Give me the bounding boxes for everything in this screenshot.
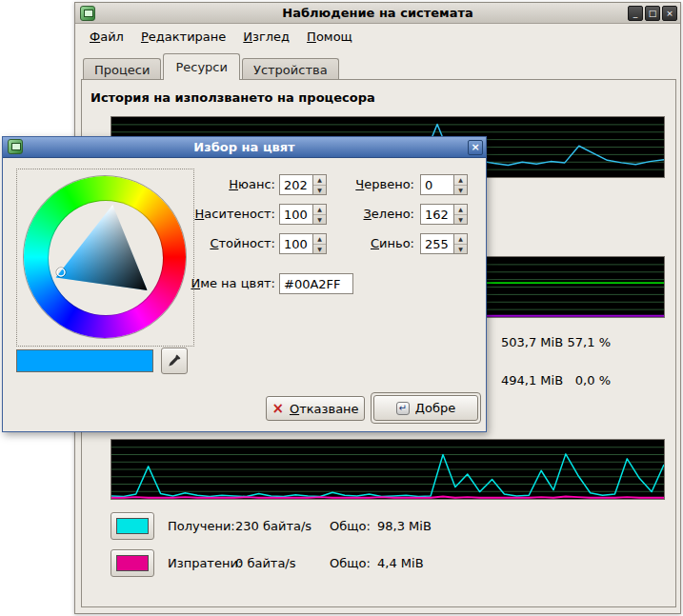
value-label: Стойност:: [146, 233, 275, 254]
green-label: Зелено:: [332, 204, 414, 225]
cancel-button[interactable]: × Отказване: [266, 396, 365, 421]
red-spinbox[interactable]: 0 ▲▼: [420, 174, 468, 195]
hue-decrement-button[interactable]: ▼: [313, 186, 326, 195]
dialog-titlebar[interactable]: Избор на цвят ×: [3, 137, 486, 158]
sent-total-label: Общо:: [330, 549, 371, 577]
received-total-label: Общо:: [330, 512, 371, 540]
value-spinbox[interactable]: 100 ▲▼: [279, 233, 327, 254]
eyedropper-button[interactable]: [161, 348, 188, 374]
color-wheel[interactable]: [16, 169, 194, 347]
ok-button-label: Добре: [415, 401, 455, 415]
color-picker-dialog: Избор на цвят ×: [2, 136, 487, 432]
received-label: Получени:: [168, 512, 235, 540]
hsv-triangle[interactable]: [17, 169, 193, 346]
blue-decrement-button[interactable]: ▼: [454, 245, 467, 254]
menu-edit[interactable]: Редактиране: [132, 27, 234, 47]
color-preview-swatch: [16, 349, 153, 372]
cpu-history-heading: История на използването на процесора: [90, 90, 375, 105]
saturation-label: Наситеност:: [146, 204, 275, 225]
green-value[interactable]: 162: [421, 205, 453, 224]
blue-increment-button[interactable]: ▲: [454, 234, 467, 245]
tab-processes[interactable]: Процеси: [83, 58, 161, 80]
menu-file[interactable]: Файл: [81, 27, 132, 47]
sent-legend-row: Изпратени: 0 байта/s Общо: 4,4 MiB: [110, 549, 665, 577]
saturation-decrement-button[interactable]: ▼: [313, 215, 326, 225]
hue-value[interactable]: 202: [280, 175, 312, 194]
eyedropper-icon: [167, 353, 182, 368]
hue-spinbox[interactable]: 202 ▲▼: [279, 174, 327, 195]
tab-devices[interactable]: Устройства: [242, 58, 339, 80]
red-increment-button[interactable]: ▲: [454, 175, 467, 186]
dialog-close-button[interactable]: ×: [468, 140, 483, 155]
value-value[interactable]: 100: [280, 234, 312, 253]
received-color-swatch[interactable]: [110, 512, 154, 540]
value-increment-button[interactable]: ▲: [313, 234, 326, 245]
swap-used-percent: 0,0 %: [550, 372, 611, 389]
dialog-title: Избор на цвят: [3, 137, 486, 158]
value-decrement-button[interactable]: ▼: [313, 245, 326, 254]
saturation-increment-button[interactable]: ▲: [313, 205, 326, 215]
blue-label: Синьо:: [332, 233, 414, 254]
cancel-button-label: Отказване: [290, 402, 359, 416]
cancel-icon: ×: [271, 402, 284, 416]
close-button[interactable]: ×: [662, 6, 677, 21]
color-name-label: Име на цвят:: [117, 273, 275, 294]
saturation-spinbox[interactable]: 100 ▲▼: [279, 204, 327, 225]
menubar: Файл Редактиране Изглед Помощ: [75, 25, 680, 49]
red-label: Червено:: [332, 174, 414, 195]
menu-help[interactable]: Помощ: [298, 27, 361, 47]
minimize-button[interactable]: _: [628, 6, 643, 21]
sent-rate: 0 байта/s: [235, 549, 296, 577]
memory-used-percent: 57,1 %: [550, 334, 611, 351]
color-name-input[interactable]: [279, 273, 353, 294]
blue-value[interactable]: 255: [421, 234, 453, 253]
hue-label: Нюанс:: [146, 174, 275, 195]
ok-default-ring: ↵ Добре: [371, 392, 481, 424]
received-rate: 230 байта/s: [235, 512, 311, 540]
hue-increment-button[interactable]: ▲: [313, 175, 326, 186]
window-controls: _ □ ×: [628, 6, 677, 21]
ok-icon: ↵: [396, 402, 410, 415]
sent-color: [116, 555, 149, 571]
main-titlebar[interactable]: Наблюдение на системата _ □ ×: [75, 3, 680, 24]
received-total: 98,3 MiB: [377, 512, 432, 540]
tab-bar: Процеси Ресурси Устройства: [83, 51, 341, 80]
menu-view[interactable]: Изглед: [234, 27, 298, 47]
blue-spinbox[interactable]: 255 ▲▼: [420, 233, 468, 254]
received-legend-row: Получени: 230 байта/s Общо: 98,3 MiB: [110, 512, 665, 540]
sent-color-swatch[interactable]: [110, 549, 154, 577]
red-value[interactable]: 0: [421, 175, 453, 194]
ok-button[interactable]: ↵ Добре: [373, 395, 478, 421]
sent-label: Изпратени:: [168, 549, 242, 577]
green-increment-button[interactable]: ▲: [454, 205, 467, 215]
tab-resources[interactable]: Ресурси: [163, 53, 240, 80]
main-window-title: Наблюдение на системата: [75, 3, 680, 24]
red-decrement-button[interactable]: ▼: [454, 186, 467, 195]
received-color: [116, 518, 149, 534]
maximize-button[interactable]: □: [645, 6, 660, 21]
green-decrement-button[interactable]: ▼: [454, 215, 467, 225]
network-history-chart: [110, 439, 665, 500]
sent-total: 4,4 MiB: [377, 549, 424, 577]
green-spinbox[interactable]: 162 ▲▼: [420, 204, 468, 225]
saturation-value[interactable]: 100: [280, 205, 312, 224]
